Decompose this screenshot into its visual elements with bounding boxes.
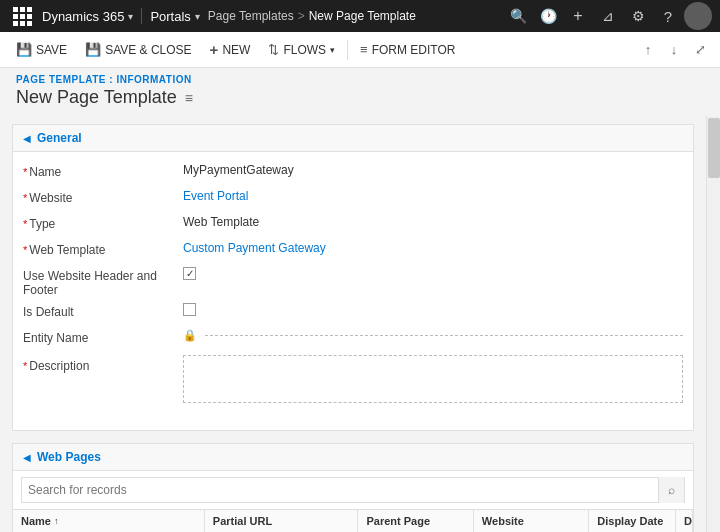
description-field-row: * Description (13, 352, 693, 422)
entity-name-field-row: Entity Name 🔒 (13, 326, 693, 352)
website-link[interactable]: Event Portal (183, 189, 248, 203)
is-default-value[interactable] (183, 303, 683, 316)
search-nav-button[interactable]: 🔍 (504, 0, 532, 32)
name-value: MyPaymentGateway (183, 163, 683, 177)
web-pages-section: ◀ Web Pages ⌕ Name ↑ Partial URL (12, 443, 694, 532)
page-title-row: New Page Template ≡ (16, 87, 704, 108)
top-nav-bar: Dynamics 365 ▾ Portals ▾ Page Templates … (0, 0, 720, 32)
scroll-thumb (708, 118, 720, 178)
scrollable-content: ◀ General * Name MyPaymentGateway (0, 116, 706, 532)
entity-name-value: 🔒 (183, 329, 683, 342)
column-header-date[interactable]: Display Date (589, 510, 676, 532)
type-field-row: * Type Web Template (13, 212, 693, 238)
scroll-up-button[interactable]: ↑ (636, 38, 660, 62)
column-header-parent[interactable]: Parent Page (358, 510, 473, 532)
use-header-footer-value[interactable]: ✓ (183, 267, 683, 280)
description-required-star: * (23, 360, 27, 372)
type-value: Web Template (183, 215, 683, 229)
toolbar-separator (347, 40, 348, 60)
description-textarea[interactable] (183, 355, 683, 403)
scroll-track[interactable] (706, 116, 720, 532)
website-value[interactable]: Event Portal (183, 189, 683, 203)
website-required-star: * (23, 192, 27, 204)
page-title: New Page Template (16, 87, 177, 108)
save-button[interactable]: 💾 SAVE (8, 36, 75, 64)
expand-button[interactable]: ⤢ (688, 38, 712, 62)
column-header-url[interactable]: Partial URL (205, 510, 359, 532)
use-header-footer-checkbox[interactable]: ✓ (183, 267, 196, 280)
entity-name-label: Entity Name (23, 329, 183, 345)
save-close-button[interactable]: 💾 SAVE & CLOSE (77, 36, 199, 64)
page-title-menu-icon[interactable]: ≡ (185, 90, 193, 106)
entity-name-dotted-line (205, 335, 683, 336)
portals-chevron-icon: ▾ (195, 11, 200, 22)
website-field-row: * Website Event Portal (13, 186, 693, 212)
app-name-chevron-icon: ▾ (128, 11, 133, 22)
user-avatar[interactable] (684, 2, 712, 30)
recent-items-button[interactable]: 🕐 (534, 0, 562, 32)
toolbar: 💾 SAVE 💾 SAVE & CLOSE + NEW ⇅ FLOWS ▾ ≡ … (0, 32, 720, 68)
breadcrumb-current: New Page Template (309, 9, 416, 23)
is-default-field-row: Is Default (13, 300, 693, 326)
name-required-star: * (23, 166, 27, 178)
general-section-arrow-icon: ◀ (23, 133, 31, 144)
column-header-name[interactable]: Name ↑ (13, 510, 205, 532)
scroll-down-button[interactable]: ↓ (662, 38, 686, 62)
flows-button[interactable]: ⇅ FLOWS ▾ (260, 36, 343, 64)
record-type-label: PAGE TEMPLATE : INFORMATION (16, 74, 704, 85)
web-template-link[interactable]: Custom Payment Gateway (183, 241, 326, 255)
column-header-website[interactable]: Website (474, 510, 589, 532)
type-required-star: * (23, 218, 27, 230)
general-section: ◀ General * Name MyPaymentGateway (12, 124, 694, 431)
column-header-order[interactable]: Display Order (676, 510, 693, 532)
description-value[interactable] (183, 355, 683, 403)
nav-icons-right: 🔍 🕐 + ⊿ ⚙ ? (504, 0, 712, 32)
description-label: * Description (23, 355, 183, 373)
type-label: * Type (23, 215, 183, 231)
web-pages-section-arrow-icon: ◀ (23, 452, 31, 463)
create-new-button[interactable]: + (564, 0, 592, 32)
web-pages-section-header[interactable]: ◀ Web Pages (13, 444, 693, 471)
breadcrumb-parent[interactable]: Page Templates (208, 9, 294, 23)
web-pages-search-input[interactable] (22, 483, 658, 497)
web-template-value[interactable]: Custom Payment Gateway (183, 241, 683, 255)
is-default-checkbox[interactable] (183, 303, 196, 316)
settings-button[interactable]: ⚙ (624, 0, 652, 32)
general-section-title: General (37, 131, 82, 145)
web-pages-table-header: Name ↑ Partial URL Parent Page Website D… (13, 509, 693, 532)
use-header-footer-field-row: Use Website Header and Footer ✓ (13, 264, 693, 300)
form-editor-icon: ≡ (360, 42, 368, 57)
toolbar-right-actions: ↑ ↓ ⤢ (636, 38, 712, 62)
web-pages-search-bar: ⌕ (21, 477, 685, 503)
nav-divider (141, 8, 142, 24)
use-header-footer-label: Use Website Header and Footer (23, 267, 183, 297)
website-label: * Website (23, 189, 183, 205)
general-form-body: * Name MyPaymentGateway * Website Event … (13, 152, 693, 430)
app-name-label: Dynamics 365 (42, 9, 124, 24)
portals-nav-button[interactable]: Portals ▾ (146, 9, 203, 24)
advanced-find-button[interactable]: ⊿ (594, 0, 622, 32)
new-button[interactable]: + NEW (202, 36, 259, 64)
flows-icon: ⇅ (268, 42, 279, 57)
lock-icon: 🔒 (183, 329, 197, 342)
general-section-header[interactable]: ◀ General (13, 125, 693, 152)
main-content-wrapper: ◀ General * Name MyPaymentGateway (0, 116, 720, 532)
breadcrumb: Page Templates > New Page Template (204, 9, 504, 23)
waffle-icon (13, 7, 32, 26)
is-default-label: Is Default (23, 303, 183, 319)
help-button[interactable]: ? (654, 0, 682, 32)
web-template-label: * Web Template (23, 241, 183, 257)
page-header: PAGE TEMPLATE : INFORMATION New Page Tem… (0, 68, 720, 116)
web-pages-section-title: Web Pages (37, 450, 101, 464)
app-name-button[interactable]: Dynamics 365 ▾ (36, 9, 137, 24)
form-editor-button[interactable]: ≡ FORM EDITOR (352, 36, 463, 64)
save-icon: 💾 (16, 42, 32, 57)
search-icon-button[interactable]: ⌕ (658, 477, 684, 503)
sort-asc-icon: ↑ (54, 516, 59, 526)
portals-label: Portals (150, 9, 190, 24)
name-field-row: * Name MyPaymentGateway (13, 160, 693, 186)
web-template-required-star: * (23, 244, 27, 256)
flows-chevron-icon: ▾ (330, 45, 335, 55)
waffle-menu-button[interactable] (8, 0, 36, 32)
new-icon: + (210, 41, 219, 58)
